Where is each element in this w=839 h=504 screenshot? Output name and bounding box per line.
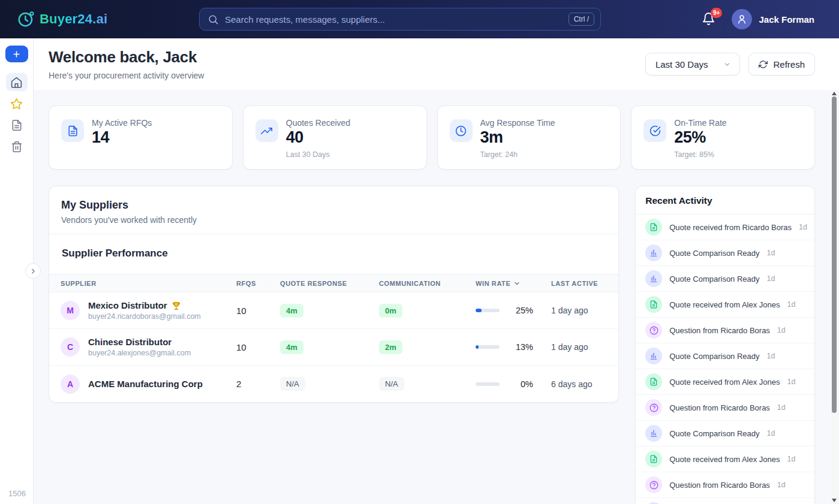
content-area: My Active RFQs 14 Quotes Received 40 [34,90,839,504]
file-check-icon [645,219,662,236]
sidebar-item-home[interactable] [6,73,28,91]
plus-icon [12,50,21,59]
user-name: Jack Forman [759,14,814,25]
suppliers-subtitle: Vendors you've worked with recently [61,215,606,225]
home-icon [10,76,23,89]
notifications-button[interactable]: 9+ [702,12,716,26]
activity-item[interactable]: Quote Comparison Ready 1d [636,498,814,504]
activity-item[interactable]: Quote received from Alex Jones 1d [636,292,814,318]
search-input[interactable] [225,14,563,25]
table-row[interactable]: A ACME Manufacturing Corp 2 N/A N/A [49,366,618,402]
table-row[interactable]: M Mexico Distributor buyer24.ricardobora… [49,292,618,329]
activity-time: 1d [767,249,775,257]
trending-up-icon [255,119,278,142]
table-row[interactable]: C Chinese Distributor buyer24.alexjones@… [49,329,618,366]
navbar-right: 9+ Jack Forman [702,0,814,38]
star-icon [10,98,23,110]
activity-time: 1d [767,429,775,437]
app-logo[interactable]: Buyer24.ai [17,10,107,28]
dashboard-page: Buyer24.ai Ctrl / 9+ [0,0,839,504]
activity-time: 1d [787,300,796,309]
activity-time: 1d [799,223,807,231]
chevron-right-icon [29,267,37,275]
activity-item[interactable]: Quote received from Ricardo Boras 1d [636,215,814,240]
bar-chart-icon [645,245,662,261]
stat-note: Last 30 Days [286,150,350,159]
activity-item[interactable]: Question from Ricardo Boras 1d [636,395,814,421]
stat-note [92,150,152,151]
last-active-value: 6 days ago [551,379,607,389]
activity-item[interactable]: Quote Comparison Ready 1d [636,266,814,292]
stat-value: 14 [92,128,152,147]
win-rate-bar [476,309,500,312]
recent-activity-card: Recent Activity Quote received from Rica… [635,186,815,504]
refresh-label: Refresh [773,59,805,70]
supplier-name: ACME Manufacturing Corp [88,379,203,389]
win-rate-value: 13% [508,342,533,352]
supplier-table-header: SUPPLIER RFQS QUOTE RESPONSE COMMUNICATI… [49,274,618,292]
activity-item[interactable]: Question from Ricardo Boras 1d [636,318,814,343]
logo-clock-icon [17,10,35,28]
last-active-value: 1 day ago [551,342,607,352]
scrollbar-thumb[interactable] [832,96,837,413]
supplier-name: Mexico Distributor [88,300,167,310]
activity-text: Quote received from Alex Jones [669,455,780,464]
column-header-quote-response: QUOTE RESPONSE [280,280,379,287]
activity-item[interactable]: Quote Comparison Ready 1d [636,421,814,446]
activity-time: 1d [777,326,786,334]
document-icon [11,119,23,131]
win-rate-value: 25% [508,306,533,315]
win-rate-bar [476,345,500,349]
activity-time: 1d [767,274,775,283]
file-check-icon [645,451,662,467]
activity-time: 1d [787,455,796,463]
scrollbar-down-arrow[interactable] [831,497,838,504]
user-menu[interactable]: Jack Forman [732,9,814,29]
sidebar-item-trash[interactable] [6,138,28,156]
activity-item[interactable]: Quote Comparison Ready 1d [636,240,814,266]
stat-value: 3m [480,128,555,147]
sort-chevron-down-icon [513,280,521,287]
column-header-last-active: LAST ACTIVE [551,280,607,287]
check-circle-icon [643,119,666,142]
sidebar-collapse-button[interactable] [25,263,41,279]
new-request-button[interactable] [5,46,28,62]
question-icon [645,476,662,493]
global-search[interactable]: Ctrl / [199,8,601,31]
activity-text: Quote Comparison Ready [669,352,759,361]
stat-note: Target: 24h [480,150,555,159]
rfqs-value: 10 [236,342,280,352]
refresh-button[interactable]: Refresh [748,53,815,76]
column-header-rfqs: RFQS [236,280,280,287]
sidebar-footer-number: 1506 [8,489,26,498]
recent-activity-title: Recent Activity [636,186,814,214]
bar-chart-icon [645,348,662,364]
activity-text: Quote Comparison Ready [669,249,759,258]
column-header-win-rate[interactable]: WIN RATE [476,280,551,287]
stat-value: 40 [286,128,350,147]
activity-item[interactable]: Question from Ricardo Boras 1d [636,472,814,498]
win-rate-value: 0% [508,379,533,389]
communication-badge: 2m [379,340,402,354]
stat-label: My Active RFQs [92,118,152,128]
activity-time: 1d [767,352,775,360]
refresh-icon [759,60,768,69]
vertical-scrollbar[interactable] [831,90,838,504]
activity-item[interactable]: Quote received from Alex Jones 1d [636,446,814,472]
sidebar-item-favorites[interactable] [6,95,28,113]
activity-text: Quote Comparison Ready [669,274,759,283]
activity-item[interactable]: Quote Comparison Ready 1d [636,343,814,369]
sidebar-item-documents[interactable] [6,116,28,134]
rfqs-value: 10 [236,306,280,316]
stat-cards-row: My Active RFQs 14 Quotes Received 40 [49,105,815,170]
activity-text: Quote received from Alex Jones [669,300,780,309]
date-range-select[interactable]: Last 30 Days [645,53,741,76]
activity-time: 1d [777,403,786,412]
bar-chart-icon [645,270,662,287]
quote-response-badge: 4m [280,304,303,318]
last-active-value: 1 day ago [551,306,607,315]
activity-item[interactable]: Quote received from Alex Jones 1d [636,369,814,395]
search-icon [208,14,219,25]
activity-time: 1d [787,378,796,386]
column-header-supplier: SUPPLIER [61,280,236,287]
